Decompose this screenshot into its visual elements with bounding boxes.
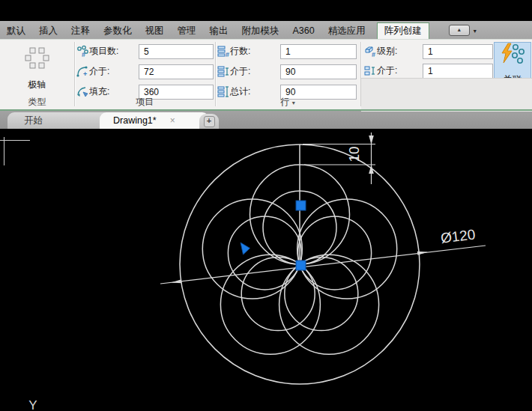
tab-insert[interactable]: 插入 (32, 22, 64, 39)
items-between-input[interactable] (139, 64, 214, 79)
section-label-items[interactable]: 项目 (74, 96, 215, 109)
associative-icon (499, 56, 526, 69)
rows-between-icon (217, 65, 230, 78)
file-tab-drawing1[interactable]: Drawing1* × (100, 112, 209, 129)
tab-output[interactable]: 输出 (203, 22, 235, 39)
items-count-icon: # (76, 45, 89, 58)
rows-between-input[interactable] (280, 64, 357, 79)
tab-annotate[interactable]: 注释 (64, 22, 97, 39)
tab-default[interactable]: 默认 (0, 22, 32, 39)
crosshair-cursor (0, 137, 30, 165)
tab-parametric[interactable]: 参数化 (97, 22, 139, 39)
tab-manage[interactable]: 管理 (171, 22, 203, 39)
drawing-canvas[interactable]: 10 Ø120 Y (0, 129, 532, 411)
file-tab-start[interactable]: 开始 (7, 112, 112, 129)
ribbon-minimize-button[interactable]: ▴ (449, 25, 470, 36)
rows-count-label: 行数: (230, 45, 250, 58)
panel-type: 极轴 类型 (0, 40, 74, 111)
levels-between-label: 介于: (377, 64, 397, 77)
svg-text:#: # (226, 51, 229, 58)
levels-count-label: 级别: (377, 45, 397, 58)
levels-count-icon: # (364, 45, 377, 58)
plus-icon: + (204, 116, 215, 127)
polar-array-type-button[interactable]: 极轴 (10, 44, 63, 98)
rows-panel-expand-icon[interactable]: ▾ (292, 100, 295, 106)
svg-text:+: + (83, 70, 87, 78)
section-label-rows[interactable]: 行 ▾ (215, 96, 360, 109)
levels-between-icon (364, 64, 377, 77)
grip-array-center[interactable] (296, 261, 306, 270)
ribbon: 极轴 类型 # 项目数: (0, 39, 532, 111)
file-tab-close-icon[interactable]: × (170, 115, 175, 126)
dimension-10-text: 10 (346, 146, 362, 162)
tab-view[interactable]: 视图 (139, 22, 171, 39)
items-between-label: 介于: (89, 65, 109, 78)
grip-arrow-triangle[interactable] (241, 243, 250, 255)
new-drawing-tab-button[interactable]: + (199, 114, 219, 129)
rows-between-label: 介于: (230, 65, 250, 78)
tab-array-creation[interactable]: 阵列创建 (377, 22, 429, 39)
autocad-window: 默认 插入 注释 参数化 视图 管理 输出 附加模块 A360 精选应用 阵列创… (0, 0, 532, 411)
svg-text:#: # (372, 51, 375, 58)
rows-count-icon: # (217, 45, 230, 58)
tab-featured-apps[interactable]: 精选应用 (321, 22, 372, 39)
ucs-y-axis-label: Y (28, 398, 37, 411)
svg-text:#: # (82, 51, 85, 58)
items-between-icon: + (76, 65, 89, 78)
dimension-diameter-text: Ø120 (440, 226, 477, 246)
title-bar (0, 0, 532, 21)
ribbon-minimize-dropdown-icon[interactable]: ▾ (474, 28, 477, 34)
tab-addins[interactable]: 附加模块 (235, 22, 286, 39)
items-count-input[interactable] (139, 44, 214, 59)
tab-a360[interactable]: A360 (286, 22, 321, 39)
section-label-type: 类型 (0, 96, 74, 109)
dimension-10[interactable] (303, 133, 375, 184)
ribbon-cutoff-area (361, 78, 532, 112)
file-tab-bar: 开始 Drawing1* × + (0, 110, 532, 129)
panel-rows: # 行数: 介于: (215, 40, 360, 111)
file-tab-drawing1-label: Drawing1* (113, 115, 157, 126)
panel-items: # 项目数: + 介于: (74, 40, 215, 111)
dimension-diameter[interactable] (160, 246, 486, 284)
items-count-label: 项目数: (89, 45, 118, 58)
polar-array-type-label: 极轴 (10, 79, 63, 91)
levels-between-input[interactable] (423, 64, 493, 79)
ribbon-tab-bar: 默认 插入 注释 参数化 视图 管理 输出 附加模块 A360 精选应用 阵列创… (0, 21, 532, 39)
grip-item-base[interactable] (296, 201, 306, 210)
contextual-tab-highlight-line (0, 109, 532, 111)
rows-count-input[interactable] (280, 44, 357, 59)
polar-array-icon (20, 64, 53, 76)
levels-count-input[interactable] (423, 44, 493, 59)
